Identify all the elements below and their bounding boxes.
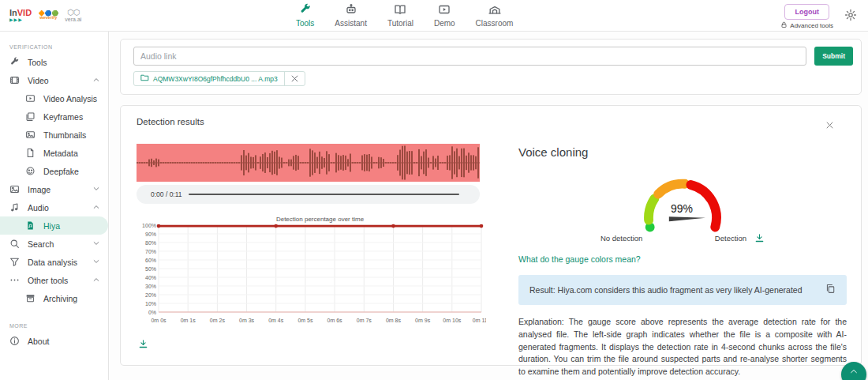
sidebar-item-deepfake[interactable]: Deepfake xyxy=(0,162,108,180)
download-chart-icon[interactable] xyxy=(138,339,148,349)
submit-button[interactable]: Submit xyxy=(814,47,853,66)
vera-logo-text: vera.ai xyxy=(65,17,81,22)
sidebar-item-label: About xyxy=(28,337,49,346)
vera-logo-hex: ⬡⬡ xyxy=(67,9,79,17)
analysis-left-column: 0:00 / 0:11 Detection percentage over ti… xyxy=(137,144,481,378)
sidebar: VERIFICATION ToolsVideoVideo AnalysisKey… xyxy=(0,32,109,380)
nav-item-tools[interactable]: Tools xyxy=(296,3,314,28)
svg-text:50%: 50% xyxy=(145,266,156,272)
svg-text:0%: 0% xyxy=(148,310,156,315)
sidebar-item-label: Video xyxy=(28,76,49,85)
sidebar-item-thumbnails[interactable]: Thumbnails xyxy=(0,126,108,144)
sidebar-item-metadata[interactable]: Metadata xyxy=(0,144,108,162)
player-time: 0:00 / 0:11 xyxy=(151,190,182,198)
sidebar-item-audio[interactable]: Audio xyxy=(0,198,108,216)
analysis-right-column: Voice cloning 99% No detection Detection… xyxy=(518,144,847,378)
sidebar-item-keyframes[interactable]: Keyframes xyxy=(0,107,108,126)
svg-text:0m 3s: 0m 3s xyxy=(239,318,255,323)
nav-item-classroom[interactable]: Classroom xyxy=(476,3,514,28)
sidebar-item-hiya[interactable]: Hiya xyxy=(0,216,108,235)
nav-item-assistant[interactable]: Assistant xyxy=(335,3,367,28)
logout-button[interactable]: Logout xyxy=(784,4,829,20)
nav-item-demo[interactable]: Demo xyxy=(434,3,455,28)
sidebar-item-label: Video Analysis xyxy=(43,94,97,103)
invid-logo-arrows: ▶▶▶ xyxy=(9,17,32,22)
sidebar-item-label: Thumbnails xyxy=(43,130,86,140)
metadata-icon xyxy=(25,148,36,158)
svg-text:0m 10s: 0m 10s xyxy=(443,318,461,323)
sidebar-item-label: Data analysis xyxy=(28,258,77,267)
sidebar-item-label: Tools xyxy=(28,58,47,67)
invid-logo: InVID ▶▶▶ xyxy=(9,9,32,22)
audio-submit-card: Submit AQMW3XwYI8O6gfPhfhcddbU0 ... A.mp… xyxy=(120,39,862,95)
sidebar-item-search[interactable]: Search xyxy=(0,235,108,253)
video-icon xyxy=(9,75,20,85)
sidebar-item-label: Search xyxy=(28,239,54,249)
wrench-icon xyxy=(9,57,20,67)
folder-icon xyxy=(140,73,149,84)
svg-text:30%: 30% xyxy=(145,284,156,289)
sidebar-item-label: Hiya xyxy=(43,221,60,231)
nav-item-label: Classroom xyxy=(476,19,514,28)
svg-text:0m 9s: 0m 9s xyxy=(415,318,431,323)
uploaded-file-chip: AQMW3XwYI8O6gfPhfhcddbU0 ... A.mp3 xyxy=(133,71,305,86)
sidebar-section-more: MORE xyxy=(0,318,108,332)
sidebar-item-about[interactable]: About xyxy=(0,332,108,350)
sidebar-item-label: Audio xyxy=(28,203,49,213)
sidebar-item-video-analysis[interactable]: Video Analysis xyxy=(0,89,108,107)
svg-text:0m 11s: 0m 11s xyxy=(473,318,486,323)
svg-text:Detection percentage over time: Detection percentage over time xyxy=(276,216,365,223)
sidebar-item-tools[interactable]: Tools xyxy=(0,53,108,71)
svg-text:0m 6s: 0m 6s xyxy=(327,318,343,323)
chevron-up-icon xyxy=(92,276,100,285)
nav-item-label: Tools xyxy=(296,19,314,28)
weverify-logo-text: weverify xyxy=(39,16,57,21)
svg-text:20%: 20% xyxy=(145,292,156,298)
svg-text:90%: 90% xyxy=(145,231,156,237)
sidebar-item-label: Deepfake xyxy=(43,167,79,176)
sidebar-item-image[interactable]: Image xyxy=(0,180,108,198)
player-progress-bar[interactable] xyxy=(189,194,459,195)
svg-text:0m 0s: 0m 0s xyxy=(151,318,166,323)
archiving-icon xyxy=(25,293,36,303)
copy-icon[interactable] xyxy=(825,283,836,297)
advanced-tools-toggle[interactable]: Advanced tools xyxy=(780,21,833,30)
svg-text:0m 5s: 0m 5s xyxy=(297,318,313,323)
nav-item-tutorial[interactable]: Tutorial xyxy=(387,3,413,28)
svg-text:99%: 99% xyxy=(671,202,693,215)
download-gauge-icon[interactable] xyxy=(754,233,765,243)
sidebar-item-video[interactable]: Video xyxy=(0,71,108,89)
gauge-colors-link[interactable]: What do the gauge colors mean? xyxy=(518,254,641,264)
remove-file-button[interactable] xyxy=(284,72,305,85)
svg-text:80%: 80% xyxy=(145,240,156,246)
deepfake-icon xyxy=(25,166,36,176)
sidebar-item-archiving[interactable]: Archiving xyxy=(0,289,108,307)
chevron-down-icon xyxy=(92,185,100,194)
gear-icon[interactable] xyxy=(844,9,857,24)
main-content: Submit AQMW3XwYI8O6gfPhfhcddbU0 ... A.mp… xyxy=(109,32,868,380)
top-bar: InVID ▶▶▶ 🔶🔵🟢 weverify ⬡⬡ vera.ai ToolsA… xyxy=(0,0,868,32)
sidebar-item-label: Metadata xyxy=(43,149,78,158)
sidebar-more-list: About xyxy=(0,332,108,350)
info-icon xyxy=(9,336,20,346)
vera-logo: ⬡⬡ vera.ai xyxy=(65,9,81,22)
logo[interactable]: InVID ▶▶▶ 🔶🔵🟢 weverify ⬡⬡ vera.ai xyxy=(0,9,158,22)
close-icon[interactable] xyxy=(825,119,834,133)
detection-results-title: Detection results xyxy=(137,117,847,126)
audio-waveform xyxy=(137,144,480,182)
video-analysis-icon xyxy=(25,93,36,103)
sidebar-item-label: Archiving xyxy=(43,294,77,303)
data-analysis-icon xyxy=(9,257,20,267)
search-icon xyxy=(9,239,20,249)
audio-link-input[interactable] xyxy=(133,47,806,66)
uploaded-file[interactable]: AQMW3XwYI8O6gfPhfhcddbU0 ... A.mp3 xyxy=(134,73,284,84)
sidebar-item-data-analysis[interactable]: Data analysis xyxy=(0,253,108,271)
sidebar-item-other-tools[interactable]: Other tools xyxy=(0,271,108,289)
svg-text:0m 7s: 0m 7s xyxy=(357,318,372,323)
sidebar-item-label: Keyframes xyxy=(43,112,83,122)
invid-logo-text: InVID xyxy=(9,9,32,17)
uploaded-file-name: AQMW3XwYI8O6gfPhfhcddbU0 ... A.mp3 xyxy=(153,75,278,83)
image-icon xyxy=(9,184,20,194)
detection-chart: Detection percentage over time0m 0s0m 1s… xyxy=(137,214,481,329)
nav-item-label: Assistant xyxy=(335,19,367,28)
